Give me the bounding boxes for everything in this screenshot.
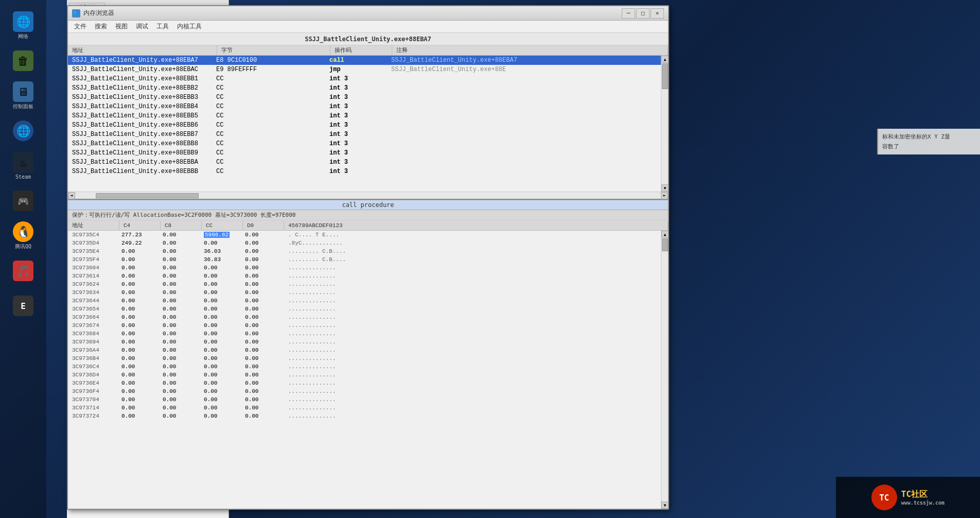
mem-row-17[interactable]: 3C9736C4 0.000.00 0.000.00 .............…	[68, 362, 661, 371]
disasm-scroll-up[interactable]: ▲	[661, 56, 668, 63]
mem-row-9[interactable]: 3C973644 0.000.00 0.000.00 .............…	[68, 297, 661, 305]
community-url: www.tcssjw.com	[901, 500, 944, 506]
taskbar-icon-music[interactable]: 🎵	[8, 255, 39, 286]
disasm-opcode-5: int 3	[325, 94, 387, 101]
mem-d0-4: 0.00	[243, 256, 284, 263]
disasm-bytes-1: E8 9C1C0100	[212, 57, 325, 64]
mem-row-15[interactable]: 3C9736A4 0.000.00 0.000.00 .............…	[68, 346, 661, 354]
taskbar-icon-game[interactable]: 🎮	[8, 185, 39, 216]
mem-row-19[interactable]: 3C9736E4 0.000.00 0.000.00 .............…	[68, 379, 661, 387]
disasm-row-4[interactable]: SSJJ_BattleClient_Unity.exe+88EBB2 CC in…	[68, 83, 661, 93]
icon-label-steam: Steam	[15, 174, 31, 180]
disasm-addr-5: SSJJ_BattleClient_Unity.exe+88EBB3	[68, 94, 212, 101]
taskbar-icon-recycle[interactable]: 🗑	[8, 45, 39, 76]
mem-c8-3: 0.00	[161, 248, 202, 254]
mem-row-13[interactable]: 3C973684 0.000.00 0.000.00 .............…	[68, 330, 661, 338]
disasm-row-7[interactable]: SSJJ_BattleClient_Unity.exe+88EBB5 CC in…	[68, 111, 661, 120]
mem-ascii-3: ......... C.B....	[284, 248, 661, 254]
disasm-row-6[interactable]: SSJJ_BattleClient_Unity.exe+88EBB4 CC in…	[68, 102, 661, 111]
mem-d0-2: 0.00	[243, 240, 284, 246]
disasm-row-13[interactable]: SSJJ_BattleClient_Unity.exe+88EBBB CC in…	[68, 167, 661, 176]
memory-scrollbar[interactable]: ▲ ▼	[661, 231, 668, 509]
menu-search[interactable]: 搜索	[91, 21, 111, 32]
menu-file[interactable]: 文件	[70, 21, 91, 32]
disasm-hscroll-left[interactable]: ◄	[68, 192, 75, 199]
mem-row-7[interactable]: 3C973624 0.000.00 0.000.00 .............…	[68, 280, 661, 288]
menu-debug[interactable]: 调试	[132, 21, 152, 32]
community-panel: TC TC社区 www.tcssjw.com	[836, 477, 980, 518]
disasm-row-12[interactable]: SSJJ_BattleClient_Unity.exe+88EBBA CC in…	[68, 158, 661, 167]
disasm-row-3[interactable]: SSJJ_BattleClient_Unity.exe+88EBB1 CC in…	[68, 74, 661, 83]
disasm-hscroll-right[interactable]: ►	[661, 192, 668, 199]
disasm-scrollbar[interactable]: ▲ ▼	[661, 56, 668, 192]
mem-c4-2: 249.22	[119, 240, 161, 246]
mem-row-21[interactable]: 3C973704 0.000.00 0.000.00 .............…	[68, 395, 661, 404]
menu-view[interactable]: 视图	[111, 21, 132, 32]
close-button[interactable]: ✕	[651, 8, 664, 19]
mem-cc-4: 36.83	[202, 256, 243, 263]
disasm-opcode-3: int 3	[325, 75, 387, 82]
mem-ascii-1: . C.... T E....	[284, 232, 661, 238]
disasm-hscroll-thumb[interactable]	[96, 193, 199, 198]
mem-scroll-up[interactable]: ▲	[661, 231, 668, 238]
mem-addr-4: 3C9735F4	[68, 256, 119, 263]
mem-d0-1: 0.00	[243, 232, 284, 238]
mem-row-18[interactable]: 3C9736D4 0.000.00 0.000.00 .............…	[68, 371, 661, 379]
disasm-row-11[interactable]: SSJJ_BattleClient_Unity.exe+88EBB9 CC in…	[68, 148, 661, 158]
mem-addr-3: 3C9735E4	[68, 248, 119, 254]
community-name: TC社区	[901, 489, 944, 500]
mem-row-12[interactable]: 3C973674 0.000.00 0.000.00 .............…	[68, 321, 661, 330]
window-title: 内存浏览器	[83, 9, 114, 18]
taskbar-icon-steam[interactable]: ♨ Steam	[8, 150, 39, 181]
mem-row-22[interactable]: 3C973714 0.000.00 0.000.00 .............…	[68, 404, 661, 412]
mem-scroll-track	[661, 238, 668, 502]
disasm-addr-7: SSJJ_BattleClient_Unity.exe+88EBB5	[68, 112, 212, 119]
disasm-panel: 地址 字节 操作码 注释 SSJJ_BattleClient_Unity.exe…	[68, 45, 668, 200]
disasm-row-8[interactable]: SSJJ_BattleClient_Unity.exe+88EBB6 CC in…	[68, 120, 661, 130]
mem-row-16[interactable]: 3C9736B4 0.000.00 0.000.00 .............…	[68, 354, 661, 362]
disasm-row-2[interactable]: SSJJ_BattleClient_Unity.exe+88EBAC E9 89…	[68, 65, 661, 74]
taskbar-icon-edge[interactable]: 🌐	[8, 115, 39, 146]
mem-row-14[interactable]: 3C973694 0.000.00 0.000.00 .............…	[68, 338, 661, 346]
mem-row-11[interactable]: 3C973664 0.000.00 0.000.00 .............…	[68, 313, 661, 321]
mem-scroll-thumb[interactable]	[662, 238, 668, 251]
disasm-addr-9: SSJJ_BattleClient_Unity.exe+88EBB7	[68, 131, 212, 138]
taskbar-icon-controlpanel[interactable]: 🖥 控制面板	[8, 80, 39, 111]
mem-row-3[interactable]: 3C9735E4 0.00 0.00 36.03 0.00 ......... …	[68, 247, 661, 255]
menu-tools[interactable]: 工具	[152, 21, 173, 32]
disasm-scroll-down[interactable]: ▼	[661, 184, 668, 192]
disasm-hscroll[interactable]: ◄ ►	[68, 192, 668, 199]
disasm-comment-1: SSJJ_BattleClient_Unity.exe+88EBA7	[387, 57, 661, 64]
mem-row-4[interactable]: 3C9735F4 0.00 0.00 36.83 0.00 ......... …	[68, 255, 661, 264]
mem-row-23[interactable]: 3C973724 0.000.00 0.000.00 .............…	[68, 412, 661, 420]
maximize-button[interactable]: □	[636, 8, 650, 19]
mem-row-1[interactable]: 3C9735C4 277.23 0.00 5906.62 0.00 . C...…	[68, 231, 661, 239]
disasm-bytes-8: CC	[212, 122, 325, 129]
disasm-addr-10: SSJJ_BattleClient_Unity.exe+88EBB8	[68, 140, 212, 147]
taskbar-icon-qq[interactable]: 🐧 腾讯QQ	[8, 220, 39, 251]
disasm-scroll-thumb[interactable]	[662, 63, 668, 89]
mem-row-6[interactable]: 3C973614 0.000.00 0.000.00 .............…	[68, 272, 661, 280]
disasm-opcode-8: int 3	[325, 122, 387, 129]
mem-row-20[interactable]: 3C9736F4 0.000.00 0.000.00 .............…	[68, 387, 661, 395]
community-logo: TC	[871, 485, 897, 510]
icon-label-network: 网络	[18, 33, 28, 40]
disasm-opcode-6: int 3	[325, 103, 387, 110]
disasm-col-addr: 地址	[68, 45, 217, 55]
disasm-row-10[interactable]: SSJJ_BattleClient_Unity.exe+88EBB8 CC in…	[68, 139, 661, 148]
mem-row-10[interactable]: 3C973654 0.000.00 0.000.00 .............…	[68, 305, 661, 313]
mem-scroll-down[interactable]: ▼	[661, 502, 668, 509]
minimize-button[interactable]: ─	[622, 8, 635, 19]
disasm-row-1[interactable]: SSJJ_BattleClient_Unity.exe+88EBA7 E8 9C…	[68, 56, 661, 65]
disasm-row-9[interactable]: SSJJ_BattleClient_Unity.exe+88EBB7 CC in…	[68, 130, 661, 139]
disasm-row-5[interactable]: SSJJ_BattleClient_Unity.exe+88EBB3 CC in…	[68, 93, 661, 102]
disasm-addr-12: SSJJ_BattleClient_Unity.exe+88EBBA	[68, 159, 212, 166]
mem-row-5[interactable]: 3C973604 0.000.00 0.000.00 .............…	[68, 264, 661, 272]
taskbar-icon-network[interactable]: 🌐 网络	[8, 10, 39, 41]
menu-kernel[interactable]: 内核工具	[173, 21, 206, 32]
disasm-rows-container: SSJJ_BattleClient_Unity.exe+88EBA7 E8 9C…	[68, 56, 668, 192]
mem-row-8[interactable]: 3C973634 0.000.00 0.000.00 .............…	[68, 288, 661, 297]
disasm-opcode-11: int 3	[325, 149, 387, 157]
taskbar-icon-epic[interactable]: E	[8, 290, 39, 321]
mem-row-2[interactable]: 3C9735D4 249.22 0.00 0.00 0.00 .8yC.....…	[68, 239, 661, 247]
